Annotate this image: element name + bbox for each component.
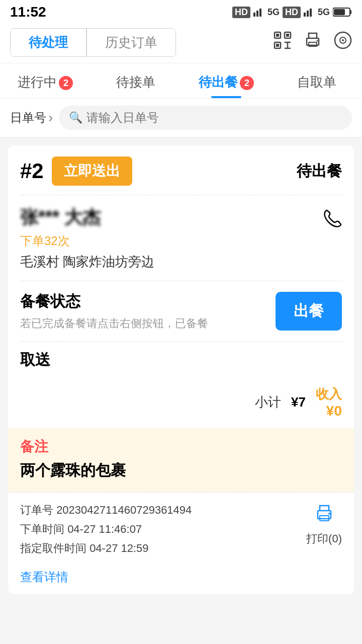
customer-address: 毛溪村 陶家炸油坊旁边 xyxy=(20,253,154,271)
create-time-line: 下单时间 04-27 11:46:07 xyxy=(20,522,192,537)
subtotal-value: ¥7 xyxy=(291,394,306,410)
card-header: #2 立即送出 待出餐 xyxy=(8,145,354,195)
create-time-label: 下单时间 xyxy=(20,523,64,535)
svg-rect-2 xyxy=(259,9,261,17)
sub-tabs-bar: 进行中2 待接单 待出餐2 自取单 xyxy=(0,63,362,99)
create-time-value: 04-27 11:46:07 xyxy=(67,523,142,535)
svg-rect-0 xyxy=(253,13,255,17)
customer-section: 张*** 大杰 下单32次 毛溪村 陶家炸油坊旁边 xyxy=(8,195,354,281)
meal-prep-section: 备餐状态 若已完成备餐请点击右侧按钮，已备餐 出餐 xyxy=(8,281,354,341)
svg-rect-7 xyxy=(350,10,351,14)
hd-icon2: HD xyxy=(283,7,301,18)
pickup-time-value: 04-27 12:59 xyxy=(89,542,148,554)
tab-history[interactable]: 历史订单 xyxy=(87,29,175,56)
view-detail-link[interactable]: 查看详情 xyxy=(8,564,80,594)
status-icons: HD 5G HD 5G xyxy=(232,7,352,18)
daily-number-label[interactable]: 日单号 › xyxy=(10,110,53,126)
note-label: 备注 xyxy=(20,437,342,456)
search-bar: 日单号 › 🔍 xyxy=(0,99,362,137)
5g-badge2: 5G xyxy=(318,7,330,18)
pickup-time-line: 指定取件时间 04-27 12:59 xyxy=(20,541,192,556)
meal-prep-info: 备餐状态 若已完成备餐请点击右侧按钮，已备餐 xyxy=(20,291,208,331)
svg-rect-12 xyxy=(276,34,279,37)
daily-number-text: 日单号 xyxy=(10,110,46,126)
send-now-button[interactable]: 立即送出 xyxy=(52,156,132,186)
chevron-icon: › xyxy=(48,110,53,126)
svg-rect-13 xyxy=(286,34,289,37)
svg-point-23 xyxy=(342,39,344,41)
price-row: 小计 ¥7 收入 ¥0 xyxy=(8,380,354,428)
meal-prep-desc: 若已完成备餐请点击右侧按钮，已备餐 xyxy=(20,316,208,331)
income-value: ¥0 xyxy=(326,403,342,419)
delivery-title: 取送 xyxy=(20,350,342,370)
sub-tab-ready-to-serve[interactable]: 待出餐2 xyxy=(181,63,272,98)
customer-info: 张*** 大杰 下单32次 毛溪村 陶家炸油坊旁边 xyxy=(20,205,154,271)
hd-icon: HD xyxy=(232,7,250,18)
svg-rect-3 xyxy=(304,13,306,17)
svg-rect-5 xyxy=(310,9,312,17)
subtotal-label: 小计 xyxy=(255,393,281,411)
order-number: #2 xyxy=(20,159,44,183)
signal-icon xyxy=(253,8,264,17)
note-content: 两个露珠的包裹 xyxy=(20,460,342,481)
svg-rect-1 xyxy=(256,11,258,17)
svg-rect-14 xyxy=(276,44,279,47)
printer-icon[interactable] xyxy=(304,31,322,54)
customer-order-count: 下单32次 xyxy=(20,233,154,249)
order-num-group: #2 立即送出 xyxy=(20,156,132,186)
income-label: 收入 xyxy=(316,385,342,403)
note-section: 备注 两个露珠的包裹 xyxy=(8,428,354,492)
sub-tab-in-progress-badge: 2 xyxy=(59,76,73,90)
battery-icon xyxy=(333,7,352,17)
svg-rect-4 xyxy=(307,11,309,17)
svg-point-26 xyxy=(328,513,330,515)
sub-tab-in-progress[interactable]: 进行中2 xyxy=(0,63,90,98)
order-status: 待出餐 xyxy=(297,161,342,182)
svg-rect-8 xyxy=(334,9,345,15)
print-label: 打印(0) xyxy=(306,531,342,546)
order-id-line: 订单号 20230427114607293614​94 xyxy=(20,503,192,518)
top-tabs-bar: 待处理 历史订单 xyxy=(0,22,362,63)
pickup-time-label: 指定取件时间 xyxy=(20,542,86,554)
scan-icon[interactable] xyxy=(274,31,292,54)
income-group: 收入 ¥0 xyxy=(316,385,342,419)
phone-icon[interactable] xyxy=(323,208,342,232)
sub-tab-in-progress-label: 进行中 xyxy=(18,74,57,90)
meal-prep-title: 备餐状态 xyxy=(20,291,208,312)
5g-badge: 5G xyxy=(267,7,280,18)
print-button[interactable]: 打印(0) xyxy=(306,503,342,546)
search-input-wrap: 🔍 xyxy=(59,106,352,130)
print-icon xyxy=(314,503,335,528)
svg-point-20 xyxy=(317,40,318,42)
serve-button[interactable]: 出餐 xyxy=(276,292,342,331)
sub-tab-self-pickup-label: 自取单 xyxy=(297,74,336,90)
sub-tab-waiting[interactable]: 待接单 xyxy=(90,63,181,98)
main-tab-group: 待处理 历史订单 xyxy=(10,28,176,57)
order-meta: 订单号 20230427114607293614​94 下单时间 04-27 1… xyxy=(20,503,192,556)
order-footer: 订单号 20230427114607293614​94 下单时间 04-27 1… xyxy=(8,492,354,564)
search-input[interactable] xyxy=(86,111,342,125)
delivery-section: 取送 xyxy=(8,342,354,380)
sub-tab-self-pickup[interactable]: 自取单 xyxy=(272,63,362,98)
camera-icon[interactable] xyxy=(334,31,352,54)
order-card: #2 立即送出 待出餐 张*** 大杰 下单32次 毛溪村 陶家炸油坊旁边 备餐… xyxy=(8,145,354,594)
order-id-label: 订单号 xyxy=(20,504,56,516)
order-id-value: 20230427114607293614​94 xyxy=(56,504,192,516)
top-right-icons xyxy=(274,31,352,54)
sub-tab-ready-to-serve-badge: 2 xyxy=(240,76,254,90)
search-icon: 🔍 xyxy=(69,111,82,124)
sub-tab-waiting-label: 待接单 xyxy=(116,74,155,90)
status-time: 11:52 xyxy=(10,4,46,20)
main-content: #2 立即送出 待出餐 张*** 大杰 下单32次 毛溪村 陶家炸油坊旁边 备餐… xyxy=(0,137,362,602)
tab-pending[interactable]: 待处理 xyxy=(11,29,86,56)
customer-name: 张*** 大杰 xyxy=(20,205,154,230)
signal-icon2 xyxy=(304,8,315,17)
status-bar: 11:52 HD 5G HD 5G xyxy=(0,0,362,22)
sub-tab-ready-to-serve-label: 待出餐 xyxy=(199,74,238,90)
